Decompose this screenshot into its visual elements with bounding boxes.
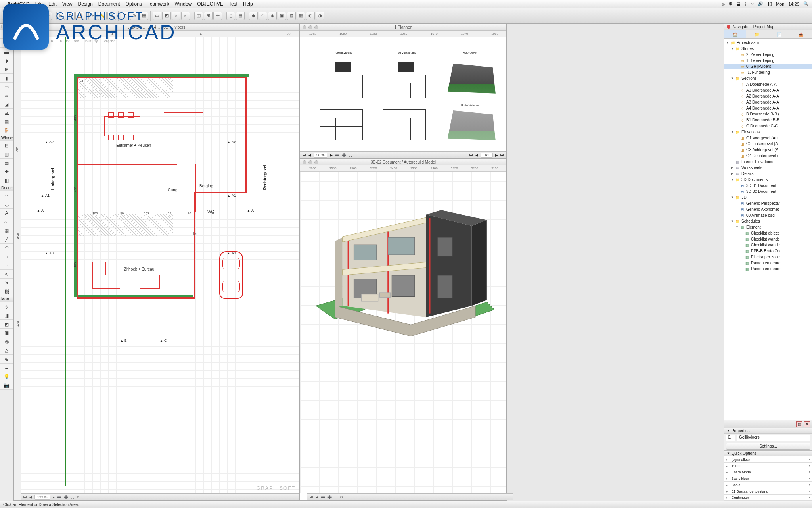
tool-grid-icon[interactable]: ⊕ bbox=[0, 355, 13, 364]
tool-elevation-icon[interactable]: ◨ bbox=[0, 311, 13, 320]
sb-first-icon[interactable]: ⏮ bbox=[303, 153, 306, 157]
tool-figure-icon[interactable]: 🖼 bbox=[0, 287, 13, 296]
tool-detail-icon[interactable]: ◎ bbox=[0, 337, 13, 346]
layout-sheet-bottombar: ⏮ ◀ 50 % ▶ ➖ ➕ ⛶ ⏮ ◀ 1/1 ▶ ⏭ bbox=[300, 151, 506, 158]
tb-plot-icon[interactable]: ▤ bbox=[236, 12, 245, 20]
svg-rect-14 bbox=[388, 237, 415, 255]
tool-cw-junction-icon[interactable]: ✚ bbox=[0, 167, 13, 176]
tool-worksheet-icon[interactable]: ▣ bbox=[0, 329, 13, 337]
tool-door-icon[interactable]: ◗ bbox=[0, 56, 13, 65]
tool-spline-icon[interactable]: ∿ bbox=[0, 270, 13, 279]
r: -1095 bbox=[308, 32, 316, 35]
tool-interior-icon[interactable]: ◩ bbox=[0, 320, 13, 329]
room-eetkamer: Eetkamer + Keuken bbox=[116, 143, 151, 148]
menu-help[interactable]: Help bbox=[243, 1, 253, 7]
tool-level-icon[interactable]: ◡ bbox=[0, 200, 13, 209]
tb-misc3-icon[interactable]: ◈ bbox=[268, 12, 277, 20]
sb-next-icon[interactable]: ▶ bbox=[330, 153, 333, 157]
tool-fill-icon[interactable]: ▨ bbox=[0, 226, 13, 235]
tool-slab-icon[interactable]: ▱ bbox=[0, 91, 13, 100]
sheet-zoom[interactable]: 50 % bbox=[314, 153, 327, 158]
tool-hotspot-icon[interactable]: ✕ bbox=[0, 279, 13, 287]
3d-canvas[interactable] bbox=[300, 172, 506, 372]
palette-window-title: Window bbox=[0, 135, 13, 141]
svg-rect-19 bbox=[362, 294, 378, 301]
tool-object-icon[interactable]: 🪑 bbox=[0, 126, 13, 135]
tool-mesh-icon[interactable]: ⛰ bbox=[0, 109, 13, 117]
palette-more-title: More bbox=[0, 296, 13, 302]
window-traffic-lights[interactable] bbox=[303, 25, 318, 29]
page-last-icon[interactable]: ⏭ bbox=[500, 153, 504, 157]
floorplan-canvas[interactable]: …na…ersi…n… …n… for …sale… Court…sy … Gr… bbox=[21, 37, 299, 372]
tb-print-icon[interactable]: ⎙ bbox=[226, 12, 235, 20]
tb-misc5-icon[interactable]: ▨ bbox=[287, 12, 296, 20]
tool-zone-icon[interactable]: ▦ bbox=[0, 117, 13, 126]
tool-cw-panel-icon[interactable]: ▤ bbox=[0, 159, 13, 167]
tool-roof-icon[interactable]: ◢ bbox=[0, 100, 13, 109]
tb-elev-icon[interactable]: ⏍ bbox=[181, 12, 190, 20]
dim: 167 bbox=[144, 212, 149, 215]
ruler-mark: A4 bbox=[287, 32, 291, 35]
tool-label-icon[interactable]: A1 bbox=[0, 217, 13, 226]
floorplan-ruler-v: -500 -1000 -1500 bbox=[14, 37, 21, 372]
section-marker-a1[interactable]: A1 bbox=[41, 194, 50, 198]
tb-misc1-icon[interactable]: ◆ bbox=[249, 12, 258, 20]
tb-misc6-icon[interactable]: ▩ bbox=[297, 12, 305, 20]
sb-fit-icon[interactable]: ⛶ bbox=[349, 153, 352, 157]
r: -2450 bbox=[369, 167, 377, 170]
tool-section-icon[interactable]: ⎀ bbox=[0, 302, 13, 311]
menu-window[interactable]: Window bbox=[175, 1, 192, 7]
tool-beam-icon[interactable]: ▭ bbox=[0, 83, 13, 91]
menu-test[interactable]: Test bbox=[229, 1, 237, 7]
tb-misc4-icon[interactable]: ▣ bbox=[278, 12, 286, 20]
section-marker-c[interactable]: C bbox=[160, 339, 167, 343]
sb-prev-icon[interactable]: ◀ bbox=[308, 153, 311, 157]
window-traffic-lights-3d[interactable] bbox=[303, 160, 318, 164]
tool-cw-frame-icon[interactable]: ▥ bbox=[0, 150, 13, 159]
layout-sheet-canvas[interactable]: Gelijkvloers 1e verdieping Voorgevel bbox=[312, 50, 502, 150]
tb-misc8-icon[interactable]: ◑ bbox=[316, 12, 324, 20]
tool-window-icon[interactable]: ⊞ bbox=[0, 65, 13, 74]
page-first-icon[interactable]: ⏮ bbox=[469, 153, 473, 157]
menu-objective[interactable]: OBJECTiVE bbox=[197, 1, 223, 7]
dim: 15 bbox=[168, 212, 171, 215]
tool-cw-accessory-icon[interactable]: ◧ bbox=[0, 176, 13, 185]
section-marker-a[interactable]: A bbox=[37, 208, 44, 212]
tb-trace-icon[interactable]: ◫ bbox=[194, 12, 203, 20]
layout-sheet-viewport: 1 Plannen -1095 -1090 -1085 -1080 -1075 … bbox=[300, 24, 507, 159]
page-prev-icon[interactable]: ◀ bbox=[475, 153, 478, 157]
section-marker-a2[interactable]: A2 bbox=[45, 140, 54, 144]
r: -1080 bbox=[399, 32, 407, 35]
3d-document-viewport: 3D-02 Document / Autorebuild Model -2600… bbox=[300, 159, 507, 372]
tb-grid-icon[interactable]: ⊞ bbox=[204, 12, 213, 20]
tb-snap-icon[interactable]: ✛ bbox=[213, 12, 222, 20]
page-next-icon[interactable]: ▶ bbox=[495, 153, 498, 157]
tool-stair-icon[interactable]: ≣ bbox=[0, 364, 13, 372]
tool-polyline-icon[interactable]: ⟋ bbox=[0, 261, 13, 270]
tb-misc7-icon[interactable]: ◐ bbox=[306, 12, 315, 20]
page-indicator: 1/1 bbox=[481, 153, 493, 158]
tool-column-icon[interactable]: ▮ bbox=[0, 74, 13, 83]
tool-change-icon[interactable]: △ bbox=[0, 346, 13, 355]
dim: 80 bbox=[188, 212, 191, 215]
car-symbol bbox=[219, 251, 243, 299]
sb-zoomin-icon[interactable]: ➕ bbox=[342, 153, 346, 157]
tool-circle-icon[interactable]: ○ bbox=[0, 252, 13, 261]
dim: 460 bbox=[73, 262, 77, 267]
3d-document-title: 3D-02 Document / Autorebuild Model bbox=[300, 159, 506, 165]
palette-document-title: Docum... bbox=[0, 185, 13, 191]
section-marker-b[interactable]: B bbox=[120, 339, 127, 343]
r: -2400 bbox=[389, 167, 397, 170]
tool-dimension-icon[interactable]: ↔ bbox=[0, 191, 13, 200]
tool-text-icon[interactable]: A bbox=[0, 209, 13, 217]
tb-misc2-icon[interactable]: ◇ bbox=[259, 12, 267, 20]
sb-zoomout-icon[interactable]: ➖ bbox=[335, 153, 339, 157]
tool-curtain-icon[interactable]: ⊟ bbox=[0, 141, 13, 150]
section-marker-a3[interactable]: A3 bbox=[45, 251, 54, 255]
svg-rect-17 bbox=[437, 237, 452, 256]
vruler-mark: -1000 bbox=[16, 233, 19, 241]
svg-rect-18 bbox=[437, 275, 452, 298]
tool-arc-icon[interactable]: ◠ bbox=[0, 244, 13, 252]
sheet-col-3: Voorgevel bbox=[439, 50, 502, 56]
tool-line-icon[interactable]: ╱ bbox=[0, 235, 13, 244]
